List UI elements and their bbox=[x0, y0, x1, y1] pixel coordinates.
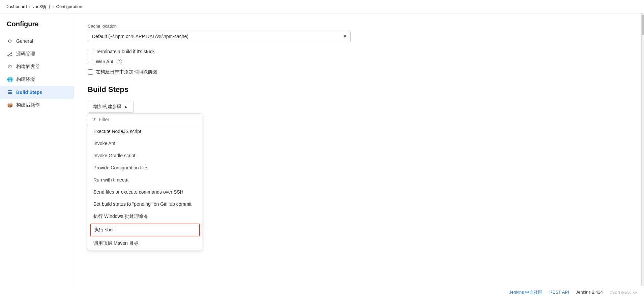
scrollbar-thumb bbox=[642, 15, 644, 35]
sidebar-item-build-steps-label: Build Steps bbox=[16, 90, 42, 95]
dropdown-item-invoke-maven[interactable]: 调用顶层 Maven 目标 bbox=[88, 237, 202, 250]
sidebar-item-environment-label: 构建环境 bbox=[16, 76, 35, 82]
branch-icon: ⎇ bbox=[7, 51, 13, 57]
dropdown-item-invoke-gradle[interactable]: Invoke Gradle script bbox=[88, 150, 202, 162]
dropdown-filter-input[interactable] bbox=[99, 117, 198, 122]
with-ant-checkbox-row: With Ant ? bbox=[88, 59, 628, 64]
sidebar-item-post-build[interactable]: 📦 构建后操作 bbox=[0, 99, 74, 111]
sidebar-item-post-build-label: 构建后操作 bbox=[16, 102, 40, 108]
dropdown-item-send-files-ssh[interactable]: Send files or execute commands over SSH bbox=[88, 186, 202, 198]
globe-icon: 🌐 bbox=[7, 76, 13, 82]
gear-icon: ⚙ bbox=[7, 38, 13, 44]
filter-icon: ⧩ bbox=[92, 117, 96, 122]
sidebar-item-general[interactable]: ⚙ General bbox=[0, 35, 74, 47]
dropdown-item-provide-config[interactable]: Provide Configuration files bbox=[88, 162, 202, 174]
breadcrumb-project[interactable]: vue3项目 bbox=[32, 4, 51, 10]
breadcrumb-config[interactable]: Configuration bbox=[56, 4, 82, 9]
cache-location-select[interactable]: Default (~/.npm or %APP DATA%\npm-cache) bbox=[88, 31, 351, 42]
breadcrumb: Dashboard › vue3项目 › Configuration bbox=[0, 0, 644, 13]
sidebar-item-general-label: General bbox=[16, 38, 33, 44]
timestamp-checkbox-row: 在构建日志中添加时间戳前缀 bbox=[88, 69, 628, 75]
terminate-label: Terminate a build if it's stuck bbox=[96, 49, 155, 54]
right-scrollbar[interactable] bbox=[641, 13, 644, 286]
chevron-up-icon: ▲ bbox=[124, 104, 128, 109]
with-ant-checkbox[interactable] bbox=[88, 59, 93, 64]
rest-api-link[interactable]: REST API bbox=[549, 290, 569, 295]
cache-location-label: Cache location bbox=[88, 24, 628, 29]
with-ant-help-icon[interactable]: ? bbox=[117, 59, 122, 64]
footer: Jenkins 中文社区 REST API Jenkins 2.424 CSDN… bbox=[0, 286, 644, 298]
add-steps-area: 增加构建步骤 ▲ ⧩ Execute NodeJS script Invoke … bbox=[88, 101, 134, 113]
dropdown-item-set-build-status[interactable]: Set build status to "pending" on GitHub … bbox=[88, 198, 202, 210]
add-steps-button[interactable]: 增加构建步骤 ▲ bbox=[88, 101, 134, 113]
add-steps-label: 增加构建步骤 bbox=[93, 104, 122, 110]
sidebar-item-source-label: 源码管理 bbox=[16, 51, 35, 57]
jenkins-community-link[interactable]: Jenkins 中文社区 bbox=[509, 289, 543, 295]
csdn-credit: CSDN @wyc_ok bbox=[610, 290, 637, 294]
sidebar-item-triggers[interactable]: ⏱ 构建触发器 bbox=[0, 60, 74, 73]
sidebar-item-build-steps[interactable]: ☰ Build Steps bbox=[0, 86, 74, 99]
terminate-checkbox-row: Terminate a build if it's stuck bbox=[88, 49, 628, 54]
sidebar-item-environment[interactable]: 🌐 构建环境 bbox=[0, 73, 74, 86]
timestamp-label: 在构建日志中添加时间戳前缀 bbox=[96, 69, 157, 75]
sidebar-title: Configure bbox=[0, 20, 74, 35]
cache-location-wrapper: Default (~/.npm or %APP DATA%\npm-cache)… bbox=[88, 31, 351, 42]
breadcrumb-sep-1: › bbox=[29, 4, 30, 9]
breadcrumb-sep-2: › bbox=[53, 4, 54, 9]
sidebar: Configure ⚙ General ⎇ 源码管理 ⏱ 构建触发器 🌐 构建环… bbox=[0, 13, 74, 286]
dropdown-item-execute-shell[interactable]: 执行 shell bbox=[90, 224, 200, 236]
list-icon: ☰ bbox=[7, 89, 13, 95]
dropdown-item-windows-batch[interactable]: 执行 Windows 批处理命令 bbox=[88, 210, 202, 223]
dropdown-item-run-timeout[interactable]: Run with timeout bbox=[88, 174, 202, 186]
timestamp-checkbox[interactable] bbox=[88, 69, 93, 75]
jenkins-version: Jenkins 2.424 bbox=[576, 290, 603, 295]
dropdown-item-execute-nodejs[interactable]: Execute NodeJS script bbox=[88, 125, 202, 137]
dropdown-filter-row: ⧩ bbox=[88, 114, 202, 125]
build-steps-dropdown: ⧩ Execute NodeJS script Invoke Ant Invok… bbox=[88, 113, 202, 250]
build-steps-title: Build Steps bbox=[88, 85, 628, 94]
breadcrumb-dashboard[interactable]: Dashboard bbox=[5, 4, 27, 9]
terminate-checkbox[interactable] bbox=[88, 49, 93, 54]
sidebar-item-source[interactable]: ⎇ 源码管理 bbox=[0, 47, 74, 60]
clock-icon: ⏱ bbox=[7, 64, 13, 70]
sidebar-item-triggers-label: 构建触发器 bbox=[16, 64, 40, 70]
box-icon: 📦 bbox=[7, 102, 13, 108]
with-ant-label: With Ant bbox=[96, 59, 113, 64]
cache-location-group: Cache location Default (~/.npm or %APP D… bbox=[88, 24, 628, 42]
content-area: Cache location Default (~/.npm or %APP D… bbox=[74, 13, 641, 286]
dropdown-item-invoke-ant[interactable]: Invoke Ant bbox=[88, 137, 202, 150]
